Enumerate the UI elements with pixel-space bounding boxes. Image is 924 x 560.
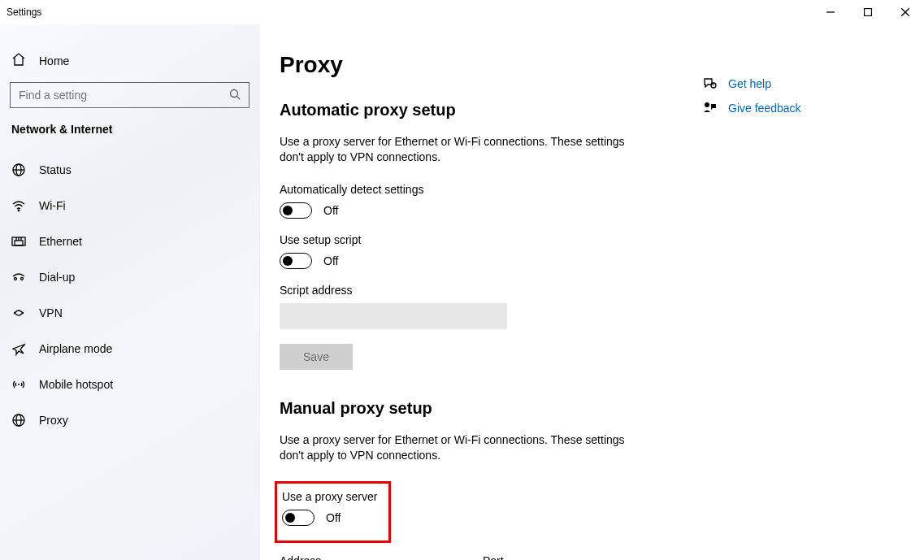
nav-home-label: Home [39,54,69,67]
minimize-icon [826,8,835,16]
wifi-icon [11,198,26,213]
address-port-row: Address Port [280,554,702,560]
svg-point-16 [21,278,24,280]
auto-detect-label: Automatically detect settings [280,183,702,196]
use-script-toggle[interactable] [280,253,312,269]
svg-rect-1 [865,9,872,16]
dialup-icon [11,270,26,284]
toggle-knob-icon [283,206,293,215]
manual-description: Use a proxy server for Ethernet or Wi-Fi… [280,432,629,463]
use-script-state: Off [323,254,338,267]
sidebar-item-label: Dial-up [39,271,75,284]
use-script-label: Use setup script [280,233,702,246]
use-proxy-toggle[interactable] [282,510,315,526]
sidebar-item-label: VPN [39,306,63,319]
sidebar-item-label: Mobile hotspot [39,378,113,391]
auto-detect-state: Off [323,204,338,217]
sidebar-item-label: Proxy [39,414,68,427]
sidebar-item-airplane[interactable]: Airplane mode [0,331,259,367]
proxy-icon [11,413,26,428]
svg-rect-11 [15,241,23,245]
nav-home[interactable]: Home [0,47,259,82]
port-label: Port [483,554,538,560]
page-title: Proxy [280,52,702,78]
right-rail: ? Get help Give feedback [702,52,891,560]
sidebar-item-ethernet[interactable]: Ethernet [0,224,259,259]
category-heading: Network & Internet [0,123,259,152]
give-feedback-link[interactable]: Give feedback [702,101,891,115]
sidebar-item-label: Ethernet [39,235,82,248]
sidebar: Home Network & Internet Status Wi-Fi [0,24,260,560]
hotspot-icon [11,377,26,392]
feedback-icon [702,101,717,115]
toggle-knob-icon [285,513,295,523]
svg-point-15 [15,278,17,280]
search-icon [229,89,241,102]
content-pane: Proxy Automatic proxy setup Use a proxy … [260,24,924,560]
ethernet-icon [11,234,26,249]
svg-point-25 [705,102,709,107]
title-bar: Settings [0,0,924,24]
sidebar-item-label: Airplane mode [39,342,112,355]
address-label: Address [280,554,426,560]
content-center: Proxy Automatic proxy setup Use a proxy … [280,52,702,560]
search-field[interactable] [19,89,229,102]
home-icon [11,52,26,69]
save-button[interactable]: Save [280,344,353,370]
sidebar-item-label: Status [39,163,72,176]
get-help-link[interactable]: ? Get help [702,76,891,91]
svg-line-5 [237,96,241,99]
script-address-input[interactable] [280,303,507,329]
window-title: Settings [0,7,41,18]
sidebar-item-label: Wi-Fi [39,199,66,212]
svg-point-19 [18,384,20,385]
svg-point-9 [18,210,20,211]
use-proxy-label: Use a proxy server [282,490,377,503]
search-input[interactable] [10,82,249,108]
script-address-label: Script address [280,284,702,297]
get-help-label: Get help [728,77,771,90]
sidebar-item-vpn[interactable]: VPN [0,295,259,331]
sidebar-item-hotspot[interactable]: Mobile hotspot [0,367,259,402]
use-proxy-state: Off [326,511,341,524]
auto-detect-toggle[interactable] [280,202,312,219]
maximize-button[interactable] [849,0,887,24]
manual-heading: Manual proxy setup [280,399,702,418]
sidebar-item-dialup[interactable]: Dial-up [0,259,259,295]
give-feedback-label: Give feedback [728,102,801,115]
airplane-icon [11,341,26,356]
maximize-icon [864,8,872,16]
svg-text:?: ? [713,83,715,88]
vpn-icon [11,306,26,320]
sidebar-item-status[interactable]: Status [0,152,259,188]
sidebar-item-wifi[interactable]: Wi-Fi [0,188,259,224]
help-icon: ? [702,76,717,91]
auto-heading: Automatic proxy setup [280,101,702,119]
auto-description: Use a proxy server for Ethernet or Wi-Fi… [280,134,629,165]
close-button[interactable] [887,0,924,24]
close-icon [901,8,909,16]
svg-point-4 [231,89,238,97]
highlight-annotation: Use a proxy server Off [275,481,391,543]
main-area: Home Network & Internet Status Wi-Fi [0,24,924,560]
toggle-knob-icon [283,256,293,266]
window-controls [812,0,924,24]
minimize-button[interactable] [812,0,849,24]
sidebar-nav: Status Wi-Fi Ethernet Dial-up VPN Airpla… [0,152,259,438]
status-icon [11,163,26,177]
sidebar-item-proxy[interactable]: Proxy [0,402,259,438]
